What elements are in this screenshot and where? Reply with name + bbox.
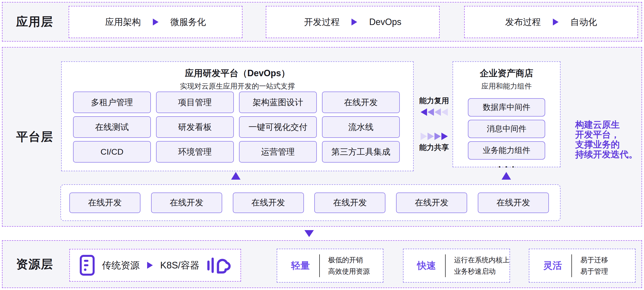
flow-from-label: 发布过程 (505, 16, 541, 28)
module-tile: 运营管理 (239, 141, 317, 163)
feature-title: 快速 (414, 259, 439, 272)
arrows-right-icon (420, 133, 448, 140)
asset-store-list: 数据库中间件 消息中间件 业务能力组件 (453, 98, 560, 160)
capability-share-label: 能力共享 (419, 143, 449, 153)
module-tile: 环境管理 (156, 141, 234, 163)
arrow-right-icon (153, 18, 158, 25)
tagline-line: 开发平台， (575, 130, 642, 140)
arrow-right-icon (352, 18, 357, 25)
tagline-line: 构建云原生 (575, 120, 642, 130)
feature-title: 灵活 (540, 259, 565, 272)
flow-to-label: 微服务化 (170, 16, 206, 28)
app-flow-architecture: 应用架构 微服务化 (68, 6, 242, 38)
platform-layer-label: 平台层 (12, 47, 57, 226)
feature-title: 轻量 (288, 259, 313, 272)
transition-from-label: 传统资源 (102, 259, 140, 272)
arrow-right-icon (428, 133, 434, 140)
module-tile: 架构蓝图设计 (239, 92, 317, 113)
arrow-right-icon (442, 133, 448, 140)
application-layer-label: 应用层 (12, 2, 57, 41)
devops-panel-subtitle: 实现对云原生应用开发的一站式支撑 (62, 81, 413, 91)
asset-item: 数据库中间件 (468, 98, 545, 117)
asset-more-ellipsis: ··· (453, 162, 560, 172)
resource-transition-box: 传统资源 K8S/容器 (69, 249, 241, 282)
asset-item: 业务能力组件 (468, 141, 545, 160)
tagline-line: 持续开发迭代。 (575, 149, 642, 159)
app-flow-devprocess: 开发过程 DevOps (266, 6, 440, 38)
module-tile: 多租户管理 (73, 92, 151, 113)
arrow-right-icon (434, 133, 441, 140)
devops-panel-title: 应用研发平台（DevOps） (62, 67, 413, 79)
tagline-line: 支撑业务的 (575, 140, 642, 149)
flow-to-label: DevOps (369, 17, 401, 27)
arrow-right-icon (147, 262, 153, 269)
arrow-down-icon (304, 230, 314, 237)
feature-line: 易于管理 (580, 266, 608, 277)
arrow-up-icon (502, 172, 511, 180)
module-tile: 一键可视化交付 (239, 116, 317, 138)
feature-card-fast: 快速 运行在系统内核上 业务秒速启动 (403, 249, 510, 283)
module-tile: 第三方工具集成 (322, 141, 400, 163)
arrow-left-icon (434, 108, 441, 116)
cloud-containers-icon (207, 257, 230, 274)
feature-description: 极低的开销 高效使用资源 (328, 254, 370, 277)
asset-item: 消息中间件 (468, 120, 545, 138)
feature-divider (445, 254, 446, 277)
arrow-left-icon (420, 108, 427, 116)
feature-description: 易于迁移 易于管理 (580, 254, 608, 277)
arrow-left-icon (428, 108, 434, 116)
feature-line: 运行在系统内核上 (454, 254, 510, 266)
arrow-up-icon (231, 172, 240, 180)
feature-divider (319, 254, 320, 277)
arrow-left-icon (442, 108, 448, 116)
asset-store-subtitle: 应用和能力组件 (453, 81, 560, 91)
online-dev-box: 在线开发 (69, 193, 140, 213)
online-dev-box: 在线开发 (396, 193, 467, 213)
feature-line: 业务秒速启动 (454, 266, 510, 277)
capability-exchange: 能力复用 能力共享 (414, 96, 454, 153)
feature-line: 易于迁移 (580, 254, 608, 266)
online-dev-box: 在线开发 (151, 193, 222, 213)
arrow-right-icon (553, 18, 558, 25)
feature-description: 运行在系统内核上 业务秒速启动 (454, 254, 510, 277)
online-dev-box: 在线开发 (314, 193, 386, 213)
feature-divider (572, 254, 572, 277)
resource-layer-band: 资源层 传统资源 K8S/容器 轻量 极低的开销 高效使用资源 (2, 240, 642, 288)
platform-layer-band: 平台层 应用研发平台（DevOps） 实现对云原生应用开发的一站式支撑 多租户管… (2, 47, 642, 227)
online-dev-box: 在线开发 (478, 193, 549, 213)
capability-reuse-label: 能力复用 (419, 96, 449, 106)
feature-line: 高效使用资源 (328, 266, 370, 277)
devops-module-grid: 多租户管理 项目管理 架构蓝图设计 在线开发 在线测试 研发看板 一键可视化交付… (73, 92, 400, 163)
feature-line: 极低的开销 (328, 254, 370, 266)
devops-platform-panel: 应用研发平台（DevOps） 实现对云原生应用开发的一站式支撑 多租户管理 项目… (61, 61, 414, 171)
architecture-diagram: 应用层 应用架构 微服务化 开发过程 DevOps 发布过程 自动化 平台层 应… (0, 0, 644, 290)
server-icon (80, 255, 94, 276)
feature-card-lightweight: 轻量 极低的开销 高效使用资源 (277, 249, 384, 283)
flow-from-label: 应用架构 (105, 16, 141, 28)
module-tile: 项目管理 (156, 92, 234, 113)
module-tile: CI/CD (73, 141, 151, 163)
arrows-left-icon (420, 108, 448, 116)
module-tile: 在线测试 (73, 116, 151, 138)
online-dev-box: 在线开发 (233, 193, 304, 213)
online-dev-row: 在线开发 在线开发 在线开发 在线开发 在线开发 在线开发 (60, 184, 560, 221)
module-tile: 研发看板 (156, 116, 234, 138)
app-flow-release: 发布过程 自动化 (464, 6, 638, 38)
resource-layer-label: 资源层 (12, 241, 57, 288)
module-tile: 在线开发 (322, 92, 400, 113)
module-tile: 流水线 (322, 116, 400, 138)
asset-store-title: 企业资产商店 (453, 67, 560, 79)
flow-to-label: 自动化 (570, 16, 597, 28)
arrow-right-icon (420, 133, 427, 140)
asset-store-panel: 企业资产商店 应用和能力组件 数据库中间件 消息中间件 业务能力组件 ··· (452, 61, 560, 167)
transition-to-label: K8S/容器 (160, 259, 200, 272)
application-layer-band: 应用层 应用架构 微服务化 开发过程 DevOps 发布过程 自动化 (2, 2, 642, 41)
feature-card-flexible: 灵活 易于迁移 易于管理 (529, 249, 636, 283)
flow-from-label: 开发过程 (304, 16, 340, 28)
platform-tagline: 构建云原生 开发平台， 支撑业务的 持续开发迭代。 (575, 120, 642, 159)
